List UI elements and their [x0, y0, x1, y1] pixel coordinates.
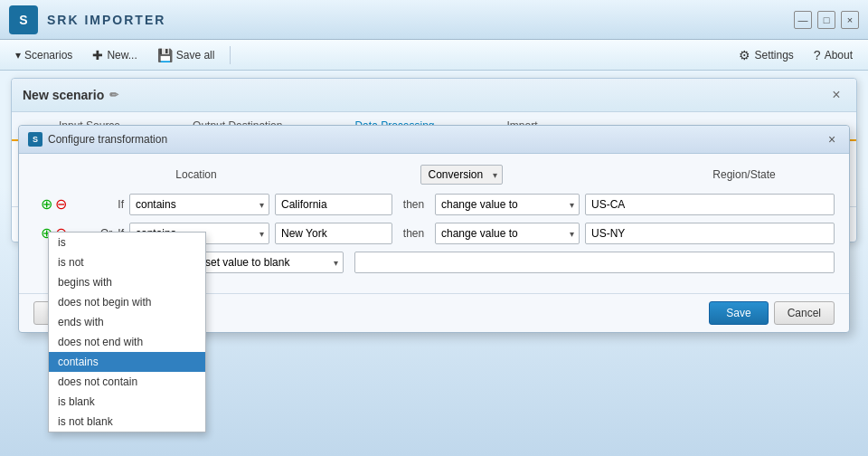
settings-button[interactable]: ⚙ Settings	[731, 44, 801, 66]
transform-row-1: ⊕ ⊖ If contains is is not then change va…	[33, 194, 835, 215]
row1-condition-wrapper: contains is is not	[129, 194, 269, 215]
row2-then-label: then	[398, 227, 429, 240]
scenario-close-button[interactable]: ×	[827, 86, 845, 104]
toolbar-right: ⚙ Settings ? About	[731, 44, 861, 66]
row1-action-select[interactable]: change value to set value to blank	[435, 194, 580, 215]
col-conversion-header: Conversion	[269, 165, 654, 185]
dropdown-item-contains[interactable]: contains	[49, 352, 205, 372]
row2-value-input[interactable]	[275, 223, 392, 244]
remove-row-button[interactable]: ⊖	[55, 197, 67, 212]
toolbar: ▾ Scenarios ✚ New... 💾 Save all ⚙ Settin…	[0, 40, 868, 71]
row1-value-input[interactable]	[275, 194, 392, 215]
info-icon: ?	[814, 48, 821, 62]
dropdown-item-not-begin[interactable]: does not begin with	[49, 292, 205, 312]
about-button[interactable]: ? About	[806, 44, 861, 66]
dialog-header: S Configure transformation ×	[19, 126, 849, 154]
dropdown-item-not-blank[interactable]: is not blank	[49, 412, 205, 432]
new-button[interactable]: ✚ New...	[84, 44, 145, 66]
edit-icon[interactable]: ✏	[109, 89, 118, 101]
conversion-select[interactable]: Conversion	[420, 165, 503, 185]
dropdown-item-not-end[interactable]: does not end with	[49, 332, 205, 352]
title-bar: S SRK IMPORTER — □ ×	[0, 0, 868, 40]
otherwise-action-select[interactable]: set value to blank change value to	[199, 252, 344, 273]
otherwise-action-wrapper: set value to blank change value to	[199, 252, 344, 273]
scenario-title: New scenario ✏	[23, 88, 118, 102]
condition-dropdown-menu: is is not begins with does not begin wit…	[48, 232, 206, 432]
dialog-cancel-button[interactable]: Cancel	[774, 301, 835, 325]
row1-action-wrapper: change value to set value to blank	[435, 194, 580, 215]
dialog-icon: S	[28, 132, 42, 147]
dialog-title: Configure transformation	[48, 133, 167, 146]
row1-actions: ⊕ ⊖	[33, 197, 73, 212]
scenario-header: New scenario ✏ ×	[12, 79, 856, 112]
gear-icon: ⚙	[739, 48, 750, 62]
otherwise-result-input[interactable]	[354, 252, 835, 273]
maximize-button[interactable]: □	[817, 11, 835, 29]
col-location-header: Location	[124, 168, 269, 181]
row1-result-input[interactable]	[585, 194, 835, 215]
dropdown-item-not-contain[interactable]: does not contain	[49, 372, 205, 392]
save-all-button[interactable]: 💾 Save all	[149, 44, 223, 66]
conversion-select-wrapper: Conversion	[420, 165, 503, 185]
save-icon: 💾	[157, 48, 173, 62]
row1-condition-select[interactable]: contains is is not	[129, 194, 269, 215]
row2-action-select[interactable]: change value to set value to blank	[435, 223, 580, 244]
dropdown-item-ends-with[interactable]: ends with	[49, 312, 205, 332]
dialog-save-button[interactable]: Save	[709, 301, 768, 325]
add-icon: ✚	[92, 48, 103, 62]
dialog-close-button[interactable]: ×	[824, 131, 840, 147]
row2-action-wrapper: change value to set value to blank	[435, 223, 580, 244]
row1-label: If	[79, 198, 124, 211]
close-button[interactable]: ×	[841, 11, 859, 29]
row2-result-input[interactable]	[585, 223, 835, 244]
scenarios-button[interactable]: ▾ Scenarios	[7, 45, 80, 65]
dropdown-icon: ▾	[15, 49, 21, 62]
dropdown-item-is-not[interactable]: is not	[49, 252, 205, 272]
row1-then-label: then	[398, 198, 429, 211]
toolbar-separator	[230, 46, 231, 64]
main-area: New scenario ✏ × Input Source Output Des…	[0, 71, 868, 456]
dropdown-item-is[interactable]: is	[49, 233, 205, 252]
col-headers: Location Conversion Region/State	[33, 165, 835, 185]
dropdown-item-is-blank[interactable]: is blank	[49, 392, 205, 412]
minimize-button[interactable]: —	[794, 11, 812, 29]
dropdown-item-begins-with[interactable]: begins with	[49, 272, 205, 292]
col-region-header: Region/State	[654, 168, 835, 181]
app-logo: S	[9, 5, 38, 34]
window-controls: — □ ×	[794, 11, 859, 29]
add-row-button[interactable]: ⊕	[41, 197, 52, 212]
app-title: SRK IMPORTER	[47, 13, 165, 27]
